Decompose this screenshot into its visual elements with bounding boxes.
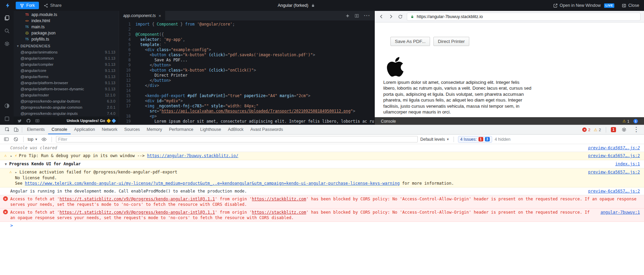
devtools-tab-avast-passwords[interactable]: Avast Passwords: [247, 125, 287, 134]
dependency-item[interactable]: @progress/kendo-angular-common2.0.1: [14, 104, 119, 110]
issues-error-badge: 1: [478, 137, 483, 141]
expand-arrow-icon[interactable]: ▸: [15, 170, 17, 174]
dependency-item[interactable]: @angular/compiler9.1.13: [14, 61, 119, 67]
dependency-item[interactable]: @angular/forms9.1.13: [14, 74, 119, 80]
devtools-tab-adblock[interactable]: AdBlock: [225, 125, 247, 134]
devtools-settings-icon[interactable]: [619, 125, 628, 134]
code-text: <div id="mydiv">: [135, 98, 183, 104]
dependency-item[interactable]: @angular/animations9.1.13: [14, 49, 119, 55]
dependency-name: @angular/platform-browser-dynamic: [20, 87, 84, 91]
file-item[interactable]: TSmain.ts: [14, 24, 119, 30]
file-item[interactable]: TSpolyfills.ts: [14, 36, 119, 42]
issues-badge[interactable]: 1: [611, 127, 616, 132]
layout-frame-icon[interactable]: [3, 115, 10, 122]
devtools-tab-console[interactable]: Console: [48, 125, 71, 134]
fork-icon: [20, 3, 24, 8]
source-link[interactable]: angular-7buwuy:1: [600, 210, 640, 215]
save-as-pdf-button[interactable]: Save As PDF...: [390, 37, 430, 46]
devtools-tab-lighthouse[interactable]: Lighthouse: [197, 125, 225, 134]
dependency-item[interactable]: @angular/router12.1.0: [14, 92, 119, 98]
devtools-tab-memory[interactable]: Memory: [143, 125, 166, 134]
dependency-item[interactable]: @angular/common9.1.13: [14, 55, 119, 61]
url-text: https://angular-7buwuy.stackblitz.io: [417, 14, 483, 19]
source-link[interactable]: index.js:1: [615, 161, 640, 167]
open-in-new-icon: [553, 3, 558, 8]
file-tree[interactable]: TSapp.module.ts<>index.htmlTSmain.ts{}pa…: [14, 11, 119, 117]
twitter-icon[interactable]: [17, 118, 22, 123]
file-item[interactable]: <>index.html: [14, 18, 119, 24]
live-expression-eye-icon[interactable]: [41, 136, 47, 143]
message-link[interactable]: https://www.telerik.com/kendo-angular-ui…: [25, 181, 400, 186]
source-link[interactable]: preview-6ca5657….js:2: [588, 153, 640, 158]
file-type-icon: {}: [25, 31, 31, 35]
devtools-tab-performance[interactable]: Performance: [166, 125, 197, 134]
message-link[interactable]: https://stackblitz.com: [252, 210, 306, 215]
message-link[interactable]: https://t.staticblitz.com/v9/@progress/k…: [60, 197, 215, 201]
device-toolbar-icon[interactable]: [12, 125, 20, 134]
github-icon[interactable]: [26, 118, 31, 123]
settings-icon[interactable]: [3, 40, 10, 47]
tab-label: app.component.ts: [123, 13, 156, 18]
dependencies-header[interactable]: ▾ DEPENDENCIES: [14, 43, 119, 49]
issues-counter[interactable]: 4 Issues: 1 3: [458, 136, 492, 143]
devtools-tab-network[interactable]: Network: [98, 125, 121, 134]
code-area[interactable]: 1import { Component } from '@angular/cor…: [119, 20, 374, 125]
unlock-upgrades-link[interactable]: Unlock Upgrades! Go: [67, 119, 115, 123]
close-label: Close: [628, 3, 639, 8]
preview-console-strip[interactable]: Console ⚠ 1 1: [375, 117, 644, 125]
forward-icon[interactable]: [388, 14, 394, 20]
lock-icon[interactable]: [311, 3, 315, 7]
message-link[interactable]: https://t.staticblitz.com/v9/@progress/k…: [60, 210, 215, 215]
back-icon[interactable]: [378, 14, 384, 20]
open-new-window-button[interactable]: Open in New Window LIVE: [553, 3, 614, 8]
line-number: 15: [119, 93, 131, 98]
source-link[interactable]: preview-6ca5657….js:2: [588, 188, 640, 194]
share-button[interactable]: Share: [44, 3, 61, 8]
devtools-menu-icon[interactable]: ···: [632, 125, 641, 134]
dependency-item[interactable]: @angular/core9.1.13: [14, 67, 119, 74]
stackblitz-logo-icon[interactable]: [5, 2, 11, 9]
console-filter-input[interactable]: [56, 136, 418, 142]
close-preview-button[interactable]: Close: [622, 3, 639, 8]
dependency-item[interactable]: @progress/kendo-angular-buttons6.3.0: [14, 98, 119, 104]
clear-console-icon[interactable]: [12, 136, 19, 143]
search-icon[interactable]: [3, 27, 10, 34]
dependency-item[interactable]: @progress/kendo-angular-inputs7.4.0: [14, 110, 119, 117]
console-messages[interactable]: preview-6ca5657….js:2Console was cleared…: [0, 144, 644, 275]
message-link[interactable]: https://angular-7buwuy.stackblitz.io/: [147, 153, 238, 158]
message-link[interactable]: https://stackblitz.com: [252, 197, 306, 201]
expand-arrow-icon[interactable]: ▸: [10, 154, 12, 158]
console-error-count[interactable]: × 2: [582, 127, 590, 132]
split-editor-icon[interactable]: [355, 14, 359, 18]
devtools-tab-sources[interactable]: Sources: [121, 125, 143, 134]
execution-context-selector[interactable]: top ▼: [28, 137, 38, 142]
fork-button[interactable]: Fork: [16, 2, 39, 9]
file-item[interactable]: {}package.json: [14, 30, 119, 36]
screenshot-icon[interactable]: [35, 118, 40, 123]
console-warning-count[interactable]: ⚠ 2: [594, 127, 601, 132]
editor-tab-app-component[interactable]: app.component.ts ×: [119, 11, 165, 20]
editor-more-icon[interactable]: ···: [364, 13, 370, 19]
inspect-element-icon[interactable]: [3, 125, 12, 134]
direct-printer-button[interactable]: Direct Printer: [433, 37, 469, 46]
line-number: [119, 109, 131, 114]
source-link[interactable]: preview-6ca5657….js:2: [588, 169, 640, 175]
address-bar[interactable]: https://angular-7buwuy.stackblitz.io: [407, 13, 641, 21]
project-files-icon[interactable]: [3, 14, 10, 21]
devtools-tab-elements[interactable]: Elements: [24, 125, 48, 134]
line-number: 3: [119, 32, 131, 37]
source-link[interactable]: preview-6ca5657….js:2: [588, 145, 640, 151]
dependency-item[interactable]: @angular/platform-browser9.1.13: [14, 80, 119, 86]
file-item[interactable]: TSapp.module.ts: [14, 12, 119, 18]
console-sidebar-icon[interactable]: [3, 136, 10, 143]
console-message-warn: preview-6ca5657….js:2⚠▸License activatio…: [0, 168, 644, 187]
close-tab-icon[interactable]: ×: [158, 13, 161, 18]
refresh-icon[interactable]: [397, 14, 403, 20]
devtools-tab-application[interactable]: Application: [71, 125, 98, 134]
code-text: <kendo-pdf-export #pdf [autoPrint]="true…: [135, 93, 311, 98]
dependency-item[interactable]: @angular/platform-browser-dynamic9.1.13: [14, 86, 119, 92]
format-code-icon[interactable]: [345, 14, 350, 18]
expand-arrow-icon[interactable]: ▼: [5, 162, 7, 166]
theme-contrast-icon[interactable]: [3, 102, 10, 109]
log-levels-dropdown[interactable]: Default levels ▼: [420, 137, 449, 142]
